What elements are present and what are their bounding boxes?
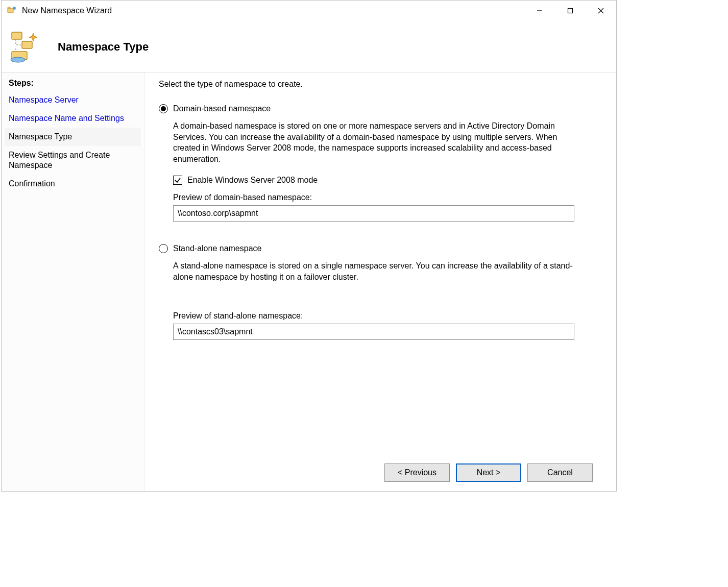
minimize-button[interactable] (524, 1, 555, 21)
wizard-icon (9, 28, 45, 65)
radio-icon (159, 244, 168, 253)
radio-standalone[interactable]: Stand-alone namespace (159, 244, 602, 253)
radio-standalone-label: Stand-alone namespace (173, 244, 261, 253)
titlebar: New Namespace Wizard (2, 1, 616, 21)
maximize-button[interactable] (555, 1, 586, 21)
previous-button[interactable]: < Previous (384, 463, 450, 482)
wizard-window: New Namespace Wizard (1, 0, 617, 492)
svg-point-2 (13, 7, 16, 10)
domain-description: A domain-based namespace is stored on on… (173, 120, 576, 164)
domain-preview-field[interactable] (173, 205, 574, 222)
standalone-preview-field[interactable] (173, 324, 574, 340)
step-namespace-type[interactable]: Namespace Type (5, 128, 141, 146)
radio-domain-based[interactable]: Domain-based namespace (159, 104, 602, 113)
close-button[interactable] (586, 1, 616, 21)
window-controls (524, 1, 616, 21)
app-icon (7, 6, 17, 16)
step-confirmation: Confirmation (5, 175, 141, 193)
svg-rect-4 (568, 9, 573, 13)
checkbox-ws2008-mode[interactable]: Enable Windows Server 2008 mode (173, 176, 602, 185)
standalone-preview-label: Preview of stand-alone namespace: (173, 311, 602, 321)
svg-point-10 (11, 57, 25, 62)
steps-sidebar: Steps: Namespace Server Namespace Name a… (2, 72, 144, 491)
checkbox-label: Enable Windows Server 2008 mode (187, 176, 318, 185)
step-review-create: Review Settings and Create Namespace (5, 146, 141, 175)
domain-preview-label: Preview of domain-based namespace: (173, 193, 602, 202)
wizard-footer: < Previous Next > Cancel (159, 455, 602, 491)
wizard-content: Select the type of namespace to create. … (144, 72, 616, 491)
wizard-body: Steps: Namespace Server Namespace Name a… (2, 72, 616, 491)
step-namespace-name-settings[interactable]: Namespace Name and Settings (5, 109, 141, 128)
page-title: Namespace Type (58, 40, 149, 54)
svg-rect-8 (22, 41, 32, 48)
svg-rect-1 (8, 7, 10, 9)
checkbox-icon (173, 176, 182, 185)
window-title: New Namespace Wizard (22, 6, 112, 15)
svg-rect-7 (12, 32, 22, 39)
steps-heading: Steps: (5, 78, 141, 91)
radio-icon (159, 104, 168, 113)
standalone-description: A stand-alone namespace is stored on a s… (173, 260, 576, 282)
step-namespace-server[interactable]: Namespace Server (5, 91, 141, 109)
instruction-text: Select the type of namespace to create. (159, 80, 602, 89)
next-button[interactable]: Next > (456, 463, 521, 482)
header-banner: Namespace Type (2, 21, 616, 72)
cancel-button[interactable]: Cancel (527, 463, 593, 482)
radio-domain-label: Domain-based namespace (173, 104, 271, 113)
